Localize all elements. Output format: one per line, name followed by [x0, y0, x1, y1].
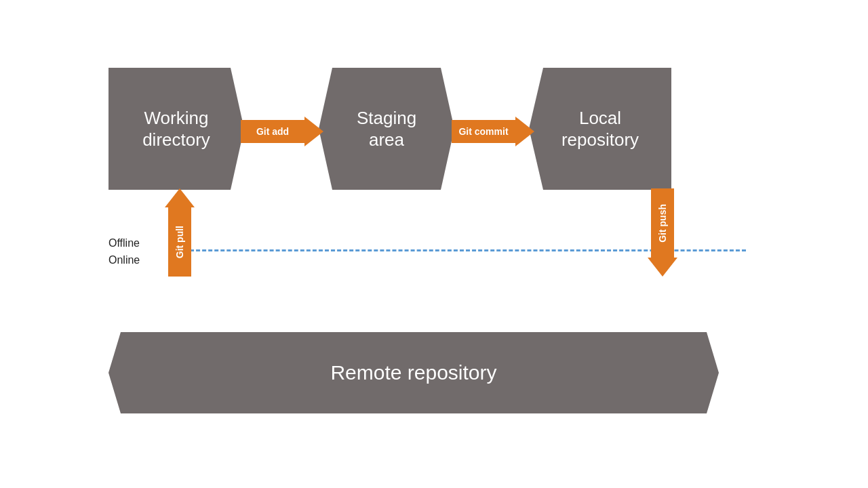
git-push-arrowhead — [648, 258, 677, 277]
git-push-arrow-body: Git push — [651, 188, 674, 258]
local-repository-label: Localrepository — [561, 107, 639, 151]
git-add-arrow-body: Git add — [241, 120, 304, 143]
remote-repository-label: Remote repository — [330, 361, 496, 384]
remote-repository-box: Remote repository — [108, 332, 719, 413]
git-pull-label: Git pull — [174, 226, 185, 258]
git-add-label: Git add — [256, 126, 289, 137]
git-push-label: Git push — [657, 204, 668, 243]
git-push-arrow: Git push — [648, 188, 677, 277]
git-commit-arrow-body: Git commit — [452, 120, 515, 143]
git-pull-arrowhead — [165, 188, 195, 207]
offline-label: Offline — [108, 237, 140, 249]
git-add-arrow: Git add — [241, 117, 323, 146]
working-directory-label: Working directory — [142, 107, 210, 151]
git-pull-arrow: Git pull — [165, 188, 195, 277]
diagram: Working directory Stagingarea Localrepos… — [108, 68, 760, 420]
working-directory-box: Working directory — [108, 68, 244, 190]
online-label: Online — [108, 254, 140, 266]
git-pull-arrow-body: Git pull — [168, 207, 191, 277]
staging-area-label: Stagingarea — [357, 107, 416, 151]
git-add-arrowhead — [304, 117, 323, 146]
git-commit-label: Git commit — [458, 126, 508, 137]
git-commit-arrowhead — [515, 117, 534, 146]
local-repository-box: Localrepository — [529, 68, 671, 190]
staging-area-box: Stagingarea — [319, 68, 454, 190]
git-commit-arrow: Git commit — [452, 117, 534, 146]
